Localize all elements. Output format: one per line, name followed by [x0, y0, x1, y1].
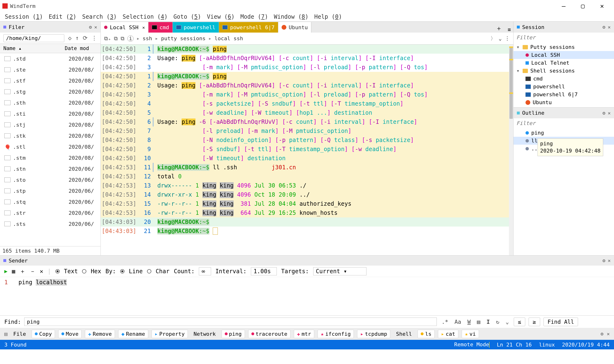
- find-next-button[interactable]: ≥: [529, 318, 540, 326]
- tool-property[interactable]: ▸Property: [152, 330, 188, 338]
- find-input[interactable]: [24, 318, 437, 326]
- stop-button[interactable]: ■: [12, 268, 15, 275]
- session-filter-input[interactable]: [516, 35, 611, 40]
- gear-icon[interactable]: ⚙: [89, 24, 92, 30]
- remove-button[interactable]: －: [30, 268, 36, 275]
- tool-remove[interactable]: ✚Remove: [85, 330, 115, 338]
- sender-editor[interactable]: 1 ping localhost: [0, 277, 614, 315]
- menu-item[interactable]: Goto (5): [173, 13, 201, 20]
- breadcrumb-dropdown-icon[interactable]: ⌄: [499, 35, 502, 41]
- count-spinner[interactable]: ∞: [199, 267, 211, 275]
- file-row[interactable]: 🎈.stl2020/08/: [0, 141, 100, 152]
- status-mode[interactable]: Remote Mode: [454, 341, 490, 348]
- file-row[interactable]: .stg2020/08/: [0, 86, 100, 97]
- tab-ubuntu[interactable]: Ubuntu: [278, 22, 311, 33]
- tab-cmd[interactable]: cmd: [148, 22, 173, 33]
- word-icon[interactable]: W: [466, 319, 472, 325]
- parent-dir-icon[interactable]: ↑: [76, 35, 79, 41]
- panel-close-icon[interactable]: ✕: [607, 331, 610, 337]
- line-number[interactable]: 10: [139, 154, 154, 163]
- line-number[interactable]: 16: [139, 208, 154, 217]
- gear-icon[interactable]: ⚙: [600, 331, 603, 337]
- tool-ls[interactable]: ls: [418, 330, 435, 338]
- line-number[interactable]: 13: [139, 181, 154, 190]
- maximize-button[interactable]: ▢: [573, 0, 592, 12]
- line-number[interactable]: 11: [139, 163, 154, 172]
- file-row[interactable]: .ste2020/08/: [0, 64, 100, 75]
- col-date[interactable]: Date mod: [65, 46, 96, 51]
- find-prev-button[interactable]: ≤: [514, 318, 525, 326]
- menu-item[interactable]: Search (3): [82, 13, 117, 20]
- panel-close-icon[interactable]: ✕: [608, 24, 611, 30]
- breadcrumb-menu-icon[interactable]: ⋮: [505, 35, 510, 41]
- case-icon[interactable]: Aa: [453, 319, 463, 325]
- status-os[interactable]: linux: [539, 342, 555, 348]
- line-number[interactable]: 2: [139, 81, 154, 90]
- tool-ifconfig[interactable]: ★ifconfig: [318, 330, 354, 338]
- radio-hex[interactable]: [82, 269, 86, 273]
- file-list[interactable]: .std2020/08/.ste2020/08/.stf2020/08/.stg…: [0, 53, 100, 246]
- status-position[interactable]: Ln 21 Ch 16: [497, 342, 532, 348]
- file-row[interactable]: .stj2020/08/: [0, 119, 100, 130]
- new-tab-icon[interactable]: ⧉₊: [104, 35, 111, 41]
- gear-icon[interactable]: ⚙: [602, 24, 605, 30]
- file-row[interactable]: .stq2020/06/: [0, 196, 100, 207]
- crumb-1[interactable]: putty sessions: [161, 35, 206, 41]
- tab-powershell-6-7[interactable]: powershell 6|7: [219, 22, 278, 33]
- tool-tcpdump[interactable]: ▸tcpdump: [357, 330, 390, 338]
- wrap-icon[interactable]: ↻: [495, 319, 501, 325]
- line-number[interactable]: 2: [139, 54, 154, 63]
- menu-item[interactable]: Help (0): [314, 13, 342, 20]
- menu-item[interactable]: Session (1): [5, 13, 43, 20]
- file-row[interactable]: .stn2020/06/: [0, 163, 100, 174]
- line-number[interactable]: 1: [139, 72, 154, 81]
- file-row[interactable]: .str2020/06/: [0, 207, 100, 218]
- tool-rename[interactable]: ◆Rename: [118, 330, 148, 338]
- tool-vi[interactable]: ★vi: [462, 330, 479, 338]
- tool-copy[interactable]: Copy: [32, 330, 55, 338]
- line-number[interactable]: 1: [139, 45, 154, 54]
- tool-ping[interactable]: ping: [222, 330, 245, 338]
- paste-icon[interactable]: ▤: [4, 331, 7, 337]
- cursor-icon[interactable]: I: [485, 319, 491, 325]
- line-number[interactable]: 3: [139, 90, 154, 99]
- tree-item[interactable]: ▾Shell sessions: [514, 67, 614, 75]
- line-number[interactable]: 5: [139, 108, 154, 117]
- file-row[interactable]: .stf2020/08/: [0, 75, 100, 86]
- tab-close-icon[interactable]: ✕: [142, 25, 145, 30]
- line-number[interactable]: 4: [139, 99, 154, 108]
- panel-close-icon[interactable]: ✕: [608, 258, 611, 263]
- scrollbar-vertical[interactable]: [509, 45, 513, 255]
- refresh-icon[interactable]: ⟳: [83, 35, 87, 41]
- panel-close-icon[interactable]: ✕: [94, 24, 97, 30]
- targets-select[interactable]: Current ▾: [313, 267, 366, 275]
- col-name[interactable]: Name: [3, 46, 15, 51]
- minimize-button[interactable]: —: [554, 0, 573, 12]
- file-row[interactable]: .sts2020/06/: [0, 218, 100, 229]
- menu-item[interactable]: Selection (4): [123, 13, 168, 20]
- find-all-button[interactable]: Find All: [544, 318, 578, 326]
- file-row[interactable]: .sth2020/08/: [0, 97, 100, 108]
- menu-item[interactable]: Edit (2): [49, 13, 77, 20]
- menu-item[interactable]: Mode (7): [240, 13, 268, 20]
- file-row[interactable]: .stk2020/08/: [0, 130, 100, 141]
- line-number[interactable]: 9: [139, 145, 154, 154]
- line-number[interactable]: 15: [139, 199, 154, 208]
- line-number[interactable]: 14: [139, 190, 154, 199]
- dropdown-icon[interactable]: ⌄: [504, 319, 510, 325]
- line-number[interactable]: 8: [139, 136, 154, 145]
- tree-item[interactable]: Local SSH: [514, 51, 614, 59]
- tree-item[interactable]: powershell 6|7: [514, 91, 614, 98]
- info-icon[interactable]: i: [127, 35, 134, 42]
- play-button[interactable]: ▶: [4, 268, 7, 274]
- new-tab-button[interactable]: ＋: [492, 24, 505, 33]
- close-button[interactable]: ✕: [592, 0, 612, 12]
- filter-icon[interactable]: ◇: [68, 35, 71, 41]
- clear-button[interactable]: ✕: [40, 268, 43, 275]
- radio-char[interactable]: [147, 269, 151, 273]
- inselection-icon[interactable]: ▤: [476, 319, 482, 325]
- file-table-header[interactable]: Name ▴ Date mod: [0, 44, 100, 53]
- line-number[interactable]: 7: [139, 126, 154, 136]
- crumb-2[interactable]: local ssh: [214, 35, 243, 41]
- tool-move[interactable]: Move: [58, 330, 82, 338]
